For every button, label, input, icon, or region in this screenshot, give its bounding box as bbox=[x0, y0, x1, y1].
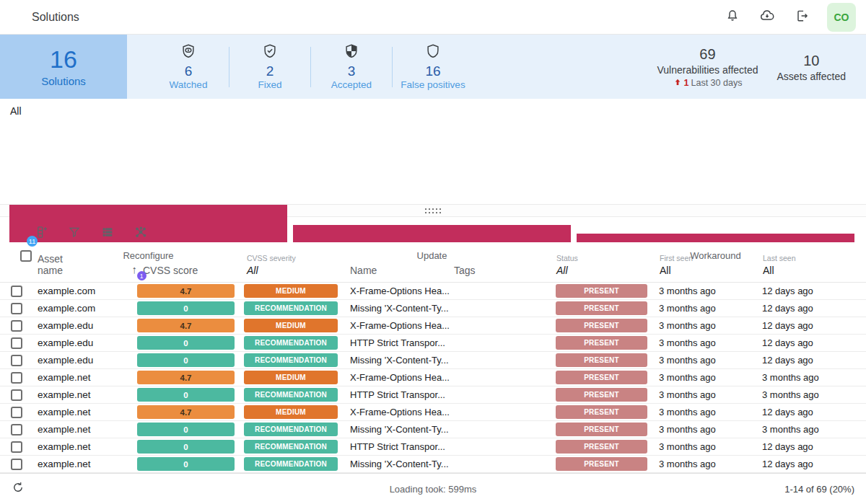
table-row[interactable]: example.net4.7MEDIUMX-Frame-Options Hea.… bbox=[0, 404, 866, 421]
table-row[interactable]: example.edu0RECOMMENDATIONHTTP Strict Tr… bbox=[0, 335, 866, 352]
user-avatar[interactable]: CO bbox=[827, 3, 856, 32]
stat-tile-watched[interactable]: 6 Watched bbox=[148, 43, 229, 91]
vulnerability-name-cell[interactable]: Missing 'X-Content-Ty... bbox=[346, 456, 453, 472]
shield-half-icon bbox=[344, 43, 359, 62]
add-column-button[interactable]: 11 bbox=[33, 226, 49, 242]
solutions-page: Solutions bbox=[0, 0, 866, 504]
vulnerability-name-cell[interactable]: X-Frame-Options Hea... bbox=[346, 404, 453, 420]
status-cell: PRESENT bbox=[556, 283, 659, 299]
bar-workaround[interactable] bbox=[577, 234, 854, 242]
bar-update[interactable] bbox=[293, 225, 571, 242]
row-checkbox[interactable] bbox=[11, 407, 22, 418]
cvss-score-badge: 4.7 bbox=[137, 405, 235, 419]
last-seen-cell: 3 months ago bbox=[762, 386, 866, 403]
row-checkbox[interactable] bbox=[11, 355, 22, 366]
vulnerability-name-cell[interactable]: X-Frame-Options Hea... bbox=[346, 369, 453, 386]
status-cell: PRESENT bbox=[556, 369, 659, 386]
row-checkbox[interactable] bbox=[11, 337, 22, 349]
table-row[interactable]: example.net4.7MEDIUMX-Frame-Options Hea.… bbox=[0, 369, 866, 386]
stat-tile-solutions[interactable]: 16 Solutions bbox=[0, 35, 127, 99]
row-checkbox-cell bbox=[0, 369, 32, 386]
cvss-score-badge: 0 bbox=[137, 440, 235, 454]
cvss-score-cell: 0 bbox=[137, 421, 244, 438]
last-seen-cell: 12 days ago bbox=[762, 300, 866, 317]
row-checkbox[interactable] bbox=[11, 372, 22, 384]
solutions-label: Solutions bbox=[41, 75, 86, 87]
accepted-label: Accepted bbox=[331, 79, 372, 90]
first-seen-cell: 3 months ago bbox=[659, 283, 762, 299]
cloud-download-button[interactable] bbox=[758, 8, 777, 27]
stat-tile-accepted[interactable]: 3 Accepted bbox=[311, 43, 392, 91]
row-checkbox[interactable] bbox=[11, 286, 22, 297]
cvss-severity-badge: RECOMMENDATION bbox=[244, 353, 338, 367]
sort-order-badge: 1 bbox=[137, 271, 146, 280]
row-checkbox[interactable] bbox=[11, 303, 22, 314]
vulnerability-name-cell[interactable]: Missing 'X-Content-Ty... bbox=[346, 352, 453, 368]
tags-cell bbox=[453, 283, 556, 299]
table-row[interactable]: example.com0RECOMMENDATIONMissing 'X-Con… bbox=[0, 300, 866, 317]
tags-cell bbox=[453, 369, 556, 386]
cvss-score-cell: 4.7 bbox=[137, 317, 244, 334]
asset-name-cell: example.edu bbox=[32, 352, 137, 368]
cvss-severity-cell: RECOMMENDATION bbox=[244, 352, 346, 368]
vulnerability-name-cell[interactable]: X-Frame-Options Hea... bbox=[346, 283, 453, 299]
cvss-severity-cell: RECOMMENDATION bbox=[244, 456, 346, 472]
row-checkbox-cell bbox=[0, 421, 32, 438]
stat-tile-false-positives[interactable]: 16 False positives bbox=[393, 43, 473, 91]
list-view-button[interactable] bbox=[100, 226, 115, 242]
cvss-severity-badge: MEDIUM bbox=[244, 319, 338, 332]
table-row[interactable]: example.net0RECOMMENDATIONHTTP Strict Tr… bbox=[0, 438, 866, 456]
page-title: Solutions bbox=[32, 11, 79, 24]
table-row[interactable]: example.net0RECOMMENDATIONMissing 'X-Con… bbox=[0, 421, 866, 438]
row-checkbox[interactable] bbox=[11, 441, 22, 453]
false-positives-count: 16 bbox=[425, 63, 440, 79]
cvss-severity-cell: RECOMMENDATION bbox=[244, 438, 346, 455]
cvss-severity-cell: MEDIUM bbox=[244, 317, 346, 334]
last-seen-cell: 12 days ago bbox=[762, 352, 866, 368]
logout-button[interactable] bbox=[792, 8, 811, 27]
row-checkbox[interactable] bbox=[11, 389, 22, 401]
shield-icon bbox=[425, 43, 441, 62]
cvss-score-cell: 0 bbox=[137, 438, 244, 455]
sort-indicator[interactable]: ↑ 1 bbox=[132, 263, 138, 276]
pagination-range-text: 1-14 of 69 (20%) bbox=[780, 484, 854, 495]
table-row[interactable]: example.com4.7MEDIUMX-Frame-Options Hea.… bbox=[0, 283, 866, 300]
filter-button[interactable] bbox=[66, 226, 82, 242]
notifications-button[interactable] bbox=[723, 8, 742, 27]
watched-count: 6 bbox=[185, 63, 193, 79]
vulnerability-name-cell[interactable]: X-Frame-Options Hea... bbox=[346, 317, 453, 334]
cvss-severity-badge: RECOMMENDATION bbox=[244, 457, 338, 471]
vulnerability-name-cell[interactable]: HTTP Strict Transpor... bbox=[346, 335, 453, 351]
first-seen-cell: 3 months ago bbox=[659, 438, 762, 455]
cvss-severity-badge: RECOMMENDATION bbox=[244, 336, 338, 350]
vulnerability-name-cell[interactable]: HTTP Strict Transpor... bbox=[346, 386, 453, 403]
table-row[interactable]: example.edu4.7MEDIUMX-Frame-Options Hea.… bbox=[0, 317, 866, 335]
status-badge: PRESENT bbox=[556, 457, 647, 471]
row-checkbox[interactable] bbox=[11, 424, 22, 436]
vulnerability-name-cell[interactable]: Missing 'X-Content-Ty... bbox=[346, 300, 453, 317]
vulnerability-name-cell[interactable]: HTTP Strict Transpor... bbox=[346, 438, 453, 455]
table-row[interactable]: example.edu0RECOMMENDATIONMissing 'X-Con… bbox=[0, 352, 866, 369]
cvss-score-badge: 4.7 bbox=[137, 284, 235, 298]
list-view-icon bbox=[101, 226, 114, 242]
first-seen-cell: 3 months ago bbox=[659, 352, 762, 368]
row-checkbox-cell bbox=[0, 456, 32, 472]
filter-icon bbox=[68, 226, 81, 242]
status-badge: PRESENT bbox=[556, 405, 647, 419]
graph-view-button[interactable] bbox=[133, 226, 149, 242]
stat-tile-fixed[interactable]: 2 Fixed bbox=[229, 43, 310, 91]
row-checkbox[interactable] bbox=[11, 459, 22, 470]
table-row[interactable]: example.net0RECOMMENDATIONHTTP Strict Tr… bbox=[0, 386, 866, 404]
loading-took-text: Loading took: 599ms bbox=[0, 484, 866, 495]
cvss-score-cell: 4.7 bbox=[137, 404, 244, 420]
row-checkbox[interactable] bbox=[11, 320, 22, 332]
tags-cell bbox=[453, 317, 556, 334]
status-cell: PRESENT bbox=[556, 421, 659, 438]
appbar-actions: CO bbox=[723, 3, 856, 32]
vulnerability-name-cell[interactable]: Missing 'X-Content-Ty... bbox=[346, 421, 453, 438]
cvss-severity-badge: MEDIUM bbox=[244, 284, 338, 298]
row-checkbox-cell bbox=[0, 317, 32, 334]
table-row[interactable]: example.net0RECOMMENDATIONMissing 'X-Con… bbox=[0, 456, 866, 473]
stat-items: 6 Watched 2 Fixed bbox=[148, 35, 473, 99]
add-column-badge: 11 bbox=[27, 236, 38, 247]
